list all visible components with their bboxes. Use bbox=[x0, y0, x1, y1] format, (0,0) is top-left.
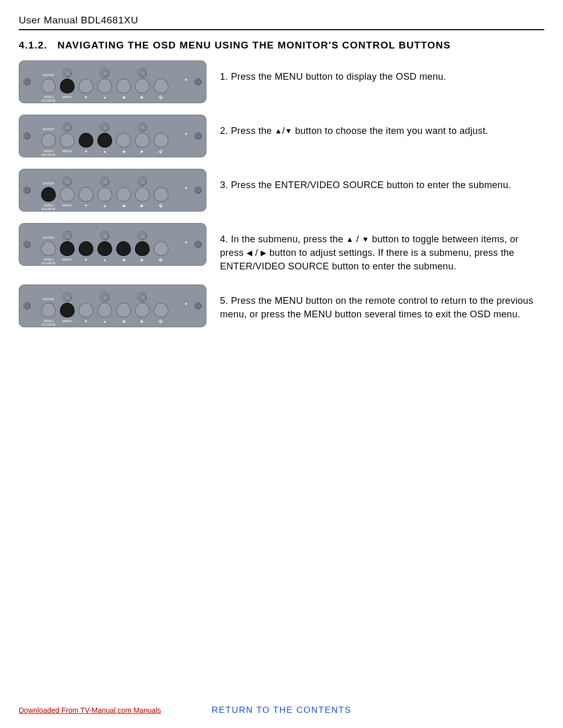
button-label: VIDEOSOURCE bbox=[41, 258, 56, 265]
button-label: ▲ bbox=[97, 258, 112, 262]
screw-hole-icon bbox=[23, 241, 31, 248]
screw-icon bbox=[100, 122, 109, 132]
step-text-fragment: MENU bbox=[275, 295, 303, 306]
step-text: 5. Press the MENU button on the remote c… bbox=[220, 295, 533, 319]
button-label: ▲ bbox=[97, 95, 112, 100]
panel-column: ENTERVIDEOSOURCEMENU▼▲◀▶⏻ bbox=[19, 223, 206, 266]
button-label: MENU bbox=[60, 204, 75, 207]
button-label: MENU bbox=[60, 150, 75, 153]
button-label: ◀ bbox=[116, 204, 131, 208]
instruction-row: ENTERVIDEOSOURCEMENU▼▲◀▶⏻1. Press the ME… bbox=[19, 60, 544, 103]
right-button bbox=[135, 79, 150, 93]
button-label: ◀ bbox=[116, 150, 131, 154]
down-button bbox=[79, 303, 93, 317]
up-button bbox=[97, 79, 112, 93]
screw-icon bbox=[100, 231, 109, 240]
button-label: ⏻ bbox=[154, 204, 168, 208]
button-label: ▼ bbox=[79, 150, 93, 154]
up-button bbox=[97, 133, 112, 147]
screw-hole-icon bbox=[23, 78, 31, 85]
button-label: ▼ bbox=[79, 258, 93, 262]
menu-button bbox=[60, 303, 75, 317]
down-button bbox=[79, 79, 93, 93]
screw-icon bbox=[138, 231, 147, 240]
up-button bbox=[97, 303, 112, 317]
screw-icon bbox=[100, 68, 109, 78]
menu-button bbox=[60, 133, 75, 147]
power-button bbox=[154, 303, 168, 317]
up-button bbox=[97, 241, 112, 256]
step-text: 3. Press the ENTER/VIDEO SOURCE button t… bbox=[220, 180, 511, 190]
led-indicator-icon bbox=[184, 132, 188, 136]
step-text: 2. Press the ▲/▼ button to choose the it… bbox=[220, 126, 488, 136]
enter-video-source-button bbox=[41, 79, 56, 93]
left-button bbox=[116, 303, 131, 317]
step-text-fragment: Press the bbox=[231, 71, 275, 82]
down-button bbox=[79, 187, 93, 202]
text-column: 3. Press the ENTER/VIDEO SOURCE button t… bbox=[206, 169, 544, 192]
text-column: 1. Press the MENU button to display the … bbox=[206, 60, 544, 83]
screw-hole-icon bbox=[194, 132, 202, 140]
screw-hole-icon bbox=[194, 187, 202, 194]
down-triangle-icon: ▼ bbox=[285, 127, 292, 135]
button-label: ⏻ bbox=[154, 319, 168, 324]
left-button bbox=[116, 133, 131, 147]
menu-button bbox=[60, 187, 75, 202]
button-label: VIDEOSOURCE bbox=[41, 319, 56, 326]
screw-hole-icon bbox=[23, 187, 31, 194]
button-label: ⏻ bbox=[154, 95, 168, 100]
step-text-fragment: Press the bbox=[231, 126, 275, 136]
screw-hole-icon bbox=[194, 78, 202, 85]
left-triangle-icon: ◀ bbox=[247, 249, 252, 257]
button-label: ▶ bbox=[135, 319, 150, 324]
button-label: VIDEOSOURCE bbox=[41, 95, 56, 102]
button-label: VIDEOSOURCE bbox=[41, 204, 56, 211]
button-label: ◀ bbox=[116, 319, 131, 324]
step-number: 1. bbox=[220, 71, 228, 82]
control-panel: ENTERVIDEOSOURCEMENU▼▲◀▶⏻ bbox=[19, 60, 206, 103]
right-triangle-icon: ▶ bbox=[261, 249, 266, 257]
step-number: 5. bbox=[220, 295, 228, 306]
power-button bbox=[154, 79, 168, 93]
panel-column: ENTERVIDEOSOURCEMENU▼▲◀▶⏻ bbox=[19, 115, 206, 157]
screw-icon bbox=[138, 122, 147, 132]
right-button bbox=[135, 303, 150, 317]
up-triangle-icon: ▲ bbox=[346, 235, 353, 243]
button-label: ▼ bbox=[79, 95, 93, 100]
step-text-fragment: button to display the OSD menu. bbox=[303, 71, 446, 82]
button-label: MENU bbox=[60, 95, 75, 99]
step-text-fragment: MENU bbox=[275, 71, 303, 82]
power-button bbox=[154, 241, 168, 256]
control-panel: ENTERVIDEOSOURCEMENU▼▲◀▶⏻ bbox=[19, 285, 206, 327]
step-number: 2. bbox=[220, 126, 228, 136]
download-source-link[interactable]: Downloaded From TV-Manual.com Manuals bbox=[19, 706, 161, 714]
button-label: ▶ bbox=[135, 258, 150, 262]
led-indicator-icon bbox=[184, 78, 188, 82]
led-indicator-icon bbox=[184, 186, 188, 190]
button-label: ⏻ bbox=[154, 258, 168, 262]
button-label: ENTER bbox=[40, 236, 57, 240]
step-text-fragment: Press the bbox=[231, 295, 275, 306]
button-label: ENTER bbox=[40, 73, 57, 77]
button-label: ▲ bbox=[97, 150, 112, 154]
button-label: VIDEOSOURCE bbox=[41, 150, 56, 156]
down-button bbox=[79, 133, 93, 147]
return-to-contents-link[interactable]: RETURN TO THE CONTENTS bbox=[212, 705, 351, 715]
screw-icon bbox=[138, 177, 147, 186]
button-label: ▶ bbox=[135, 95, 150, 100]
control-panel: ENTERVIDEOSOURCEMENU▼▲◀▶⏻ bbox=[19, 115, 206, 157]
panel-column: ENTERVIDEOSOURCEMENU▼▲◀▶⏻ bbox=[19, 169, 206, 212]
button-label: ▲ bbox=[97, 204, 112, 208]
step-text-fragment: button to enter the submenu. bbox=[329, 261, 456, 272]
text-column: 5. Press the MENU button on the remote c… bbox=[206, 285, 544, 321]
instruction-row: ENTERVIDEOSOURCEMENU▼▲◀▶⏻3. Press the EN… bbox=[19, 169, 544, 212]
screw-icon bbox=[138, 68, 147, 78]
down-button bbox=[79, 241, 93, 256]
button-label: ◀ bbox=[116, 95, 131, 100]
left-button bbox=[116, 241, 131, 256]
step-text: 1. Press the MENU button to display the … bbox=[220, 71, 446, 82]
button-label: ◀ bbox=[116, 258, 131, 262]
step-text-fragment: button to choose the item you want to ad… bbox=[292, 126, 488, 136]
page-footer: Downloaded From TV-Manual.com Manuals RE… bbox=[19, 706, 544, 714]
button-label: MENU bbox=[60, 258, 75, 262]
